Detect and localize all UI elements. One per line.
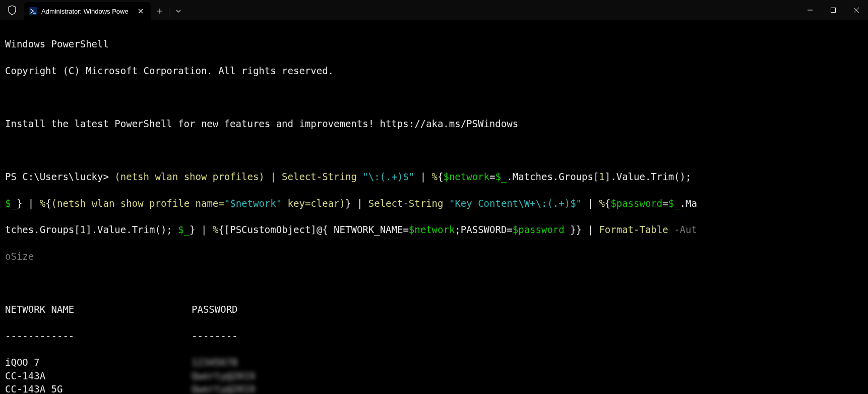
command-line-4: oSize [5,250,863,263]
command-line-1: PS C:\Users\lucky> (netsh wlan show prof… [5,170,863,183]
window-controls [798,0,868,20]
table-header: NETWORK_NAMEPASSWORD [5,303,863,316]
cell-password: Qwerty@2019 [192,369,255,382]
table-row: CC-143AQwerty@2019 [5,369,863,382]
banner-line: Windows PowerShell [5,37,863,50]
tab-dropdown-button[interactable] [169,2,188,20]
table-row: iQOO 712345678 [5,356,863,369]
cell-password: Qwerty@2019 [192,382,255,394]
column-header-network: NETWORK_NAME [5,303,192,316]
cell-network-name: CC-143A 5G [5,382,192,394]
cell-network-name: iQOO 7 [5,356,192,369]
new-tab-button[interactable] [151,2,169,20]
column-header-password: PASSWORD [192,303,238,316]
close-window-button[interactable] [845,0,868,20]
blank-line [5,276,863,290]
table-row: CC-143A 5GQwerty@2019 [5,382,863,394]
minimize-button[interactable] [798,0,822,20]
banner-line: Copyright (C) Microsoft Corporation. All… [5,64,863,77]
title-bar: Administrator: Windows Powe [0,0,868,20]
table-separator: -------------------- [5,329,863,343]
tab-active[interactable]: Administrator: Windows Powe [24,2,151,20]
cell-password: 12345678 [192,356,238,369]
prompt-text: PS C:\Users\lucky> [5,171,109,182]
svg-rect-1 [831,8,836,13]
banner-line: Install the latest PowerShell for new fe… [5,117,863,130]
command-line-3: tches.Groups[1].Value.Trim(); $_} | %{[P… [5,223,863,236]
tab-title: Administrator: Windows Powe [41,8,129,15]
cell-network-name: CC-143A [5,369,192,382]
maximize-button[interactable] [822,0,845,20]
table-body: iQOO 712345678CC-143AQwerty@2019CC-143A … [5,356,863,394]
blank-line [5,144,863,157]
tab-close-button[interactable] [137,7,145,15]
blank-line [5,90,863,103]
terminal-output[interactable]: Windows PowerShell Copyright (C) Microso… [0,20,868,394]
command-line-2: $_} | %{(netsh wlan show profile name="$… [5,197,863,210]
powershell-icon [29,7,37,15]
shield-icon [0,0,24,20]
